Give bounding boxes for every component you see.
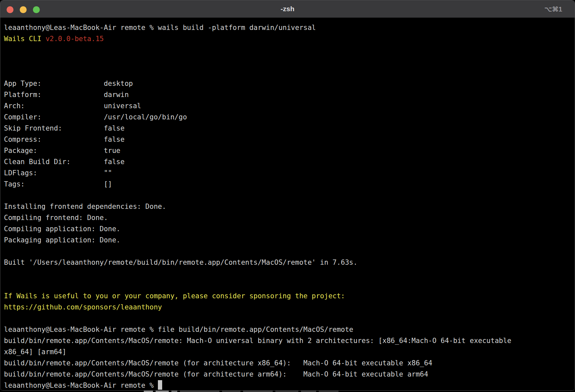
prompt-text: leaanthony@Leas-MacBook-Air remote % <box>4 381 158 389</box>
window-title: -zsh <box>0 0 575 17</box>
terminal-line-tags: Tags: [] <box>4 179 573 190</box>
terminal-line-packaging-application: Packaging application: Done. <box>4 234 573 246</box>
terminal-line-package: Package: true <box>4 145 573 156</box>
terminal-cursor <box>158 380 162 390</box>
terminal-line-compiler: Compiler: /usr/local/go/bin/go <box>4 111 573 123</box>
terminal-line-wails-header: Wails CLI v2.0.0-beta.15 <box>4 33 573 44</box>
terminal-line <box>4 56 573 67</box>
terminal-line <box>4 67 573 78</box>
terminal-line-file-output-wrap: x86_64] [arm64] <box>4 346 573 357</box>
terminal-line-file-output: build/bin/remote.app/Contents/MacOS/remo… <box>4 335 573 346</box>
terminal-screen[interactable]: leaanthony@Leas-MacBook-Air remote % wai… <box>0 18 575 391</box>
terminal-line-platform: Platform: darwin <box>4 89 573 100</box>
terminal-line-skip-frontend: Skip Frontend: false <box>4 123 573 134</box>
terminal-window: -zsh ⌥⌘1 leaanthony@Leas-MacBook-Air rem… <box>0 0 575 391</box>
terminal-line-arch-arm64: build/bin/remote.app/Contents/MacOS/remo… <box>4 369 573 380</box>
sponsor-message: If Wails is useful to you or your compan… <box>4 290 573 302</box>
terminal-line-clean-build-dir: Clean Build Dir: false <box>4 156 573 167</box>
terminal-line-arch-x86-64: build/bin/remote.app/Contents/MacOS/remo… <box>4 357 573 369</box>
terminal-line-installing-deps: Installing frontend dependencies: Done. <box>4 201 573 212</box>
terminal-line-file-command: leaanthony@Leas-MacBook-Air remote % fil… <box>4 324 573 335</box>
titlebar[interactable]: -zsh ⌥⌘1 <box>0 0 575 18</box>
sponsor-url: https://github.com/sponsors/leaanthony <box>4 302 573 313</box>
wails-cli-label: Wails CLI <box>4 35 45 43</box>
terminal-line <box>4 279 573 290</box>
wails-version-label: v2.0.0-beta.15 <box>45 35 104 43</box>
terminal-line <box>4 190 573 201</box>
terminal-prompt-line[interactable]: leaanthony@Leas-MacBook-Air remote % <box>4 380 573 391</box>
window-shortcut-badge: ⌥⌘1 <box>544 0 562 17</box>
terminal-line-arch: Arch: universal <box>4 100 573 111</box>
terminal-line-app-type: App Type: desktop <box>4 78 573 89</box>
terminal-line-ldflags: LDFlags: "" <box>4 167 573 179</box>
terminal-line-compiling-application: Compiling application: Done. <box>4 223 573 234</box>
clipped-window-artifact <box>144 391 338 392</box>
terminal-line <box>4 246 573 257</box>
terminal-line-compress: Compress: false <box>4 134 573 145</box>
terminal-line-compiling-frontend: Compiling frontend: Done. <box>4 212 573 223</box>
terminal-line: leaanthony@Leas-MacBook-Air remote % wai… <box>4 22 573 33</box>
terminal-line <box>4 268 573 279</box>
terminal-line <box>4 44 573 56</box>
terminal-line <box>4 313 573 324</box>
terminal-line-built-result: Built '/Users/leaanthony/remote/build/bi… <box>4 257 573 268</box>
